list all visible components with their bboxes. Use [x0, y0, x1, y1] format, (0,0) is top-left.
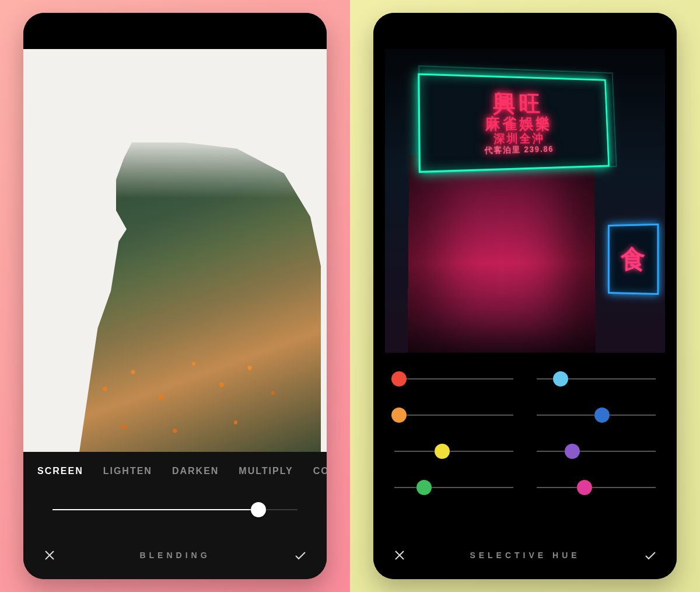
hue-slider-cyan[interactable] — [537, 370, 656, 388]
blend-intensity-slider[interactable] — [52, 495, 298, 524]
selective-hue-controls: SELECTIVE HUE — [373, 353, 677, 579]
slider-thumb[interactable] — [435, 444, 450, 459]
phone-left: SCREEN LIGHTEN DARKEN MULTIPLY COLORBURN… — [23, 13, 327, 579]
bottom-bar-left: BLENDING — [23, 536, 327, 579]
hue-slider-magenta[interactable] — [537, 479, 656, 496]
blending-controls: SCREEN LIGHTEN DARKEN MULTIPLY COLORBURN… — [23, 452, 327, 579]
bottom-bar-right: SELECTIVE HUE — [373, 536, 677, 579]
phone-right: 興旺 麻雀娛樂 深圳全沖 代客泊里 239.86 食 — [373, 13, 677, 579]
slider-thumb[interactable] — [553, 371, 568, 386]
confirm-button[interactable] — [642, 546, 659, 564]
tab-multiply[interactable]: MULTIPLY — [239, 466, 293, 476]
panel-title-left: BLENDING — [58, 551, 292, 560]
sign-line-3: 深圳全沖 — [494, 133, 545, 145]
photo-preview-right[interactable]: 興旺 麻雀娛樂 深圳全沖 代客泊里 239.86 食 — [385, 49, 665, 353]
sign-line-4: 代客泊里 239.86 — [484, 145, 554, 154]
hue-slider-orange[interactable] — [394, 406, 513, 424]
slider-track — [394, 378, 513, 379]
slider-thumb[interactable] — [391, 371, 407, 386]
hue-slider-purple[interactable] — [537, 443, 656, 460]
neon-side-sign: 食 — [608, 224, 659, 295]
tab-colorburn[interactable]: COLORBURN — [313, 466, 327, 476]
tab-darken[interactable]: DARKEN — [172, 466, 219, 476]
panel-title-right: SELECTIVE HUE — [408, 551, 642, 560]
slider-track — [394, 451, 513, 452]
cancel-button[interactable] — [391, 546, 408, 564]
slider-track — [537, 451, 656, 452]
check-icon — [293, 548, 307, 562]
hue-slider-yellow[interactable] — [394, 443, 513, 460]
close-icon — [43, 548, 57, 562]
tab-lighten[interactable]: LIGHTEN — [103, 466, 152, 476]
cancel-button[interactable] — [41, 546, 58, 564]
photo-preview-left[interactable] — [23, 49, 327, 452]
confirm-button[interactable] — [292, 546, 309, 564]
panel-left: SCREEN LIGHTEN DARKEN MULTIPLY COLORBURN… — [0, 0, 350, 592]
slider-thumb[interactable] — [416, 480, 432, 495]
slider-thumb[interactable] — [594, 408, 610, 423]
sign-line-1: 興旺 — [492, 92, 544, 116]
neon-scene: 興旺 麻雀娛樂 深圳全沖 代客泊里 239.86 食 — [385, 49, 665, 353]
building — [408, 155, 596, 353]
slider-track — [394, 487, 513, 488]
panel-right: 興旺 麻雀娛樂 深圳全沖 代客泊里 239.86 食 — [350, 0, 700, 592]
slider-thumb[interactable] — [251, 502, 266, 517]
phone-status-bar — [373, 13, 677, 49]
slider-thumb[interactable] — [391, 408, 407, 423]
slider-fill — [52, 509, 258, 510]
close-icon — [393, 548, 407, 562]
slider-thumb[interactable] — [565, 444, 580, 459]
hue-slider-red[interactable] — [394, 370, 513, 388]
neon-signboard: 興旺 麻雀娛樂 深圳全沖 代客泊里 239.86 — [418, 73, 610, 173]
check-icon — [643, 548, 657, 562]
slider-track — [537, 487, 656, 488]
hue-slider-green[interactable] — [394, 479, 513, 496]
phone-status-bar — [23, 13, 327, 49]
hue-slider-blue[interactable] — [537, 406, 656, 424]
hue-slider-grid — [373, 353, 677, 502]
slider-track — [394, 415, 513, 416]
double-exposure-artwork — [23, 49, 327, 452]
tab-screen[interactable]: SCREEN — [37, 466, 83, 476]
blend-mode-tabs: SCREEN LIGHTEN DARKEN MULTIPLY COLORBURN — [23, 452, 327, 482]
sign-line-2: 麻雀娛樂 — [485, 116, 552, 132]
slider-thumb[interactable] — [577, 480, 592, 495]
